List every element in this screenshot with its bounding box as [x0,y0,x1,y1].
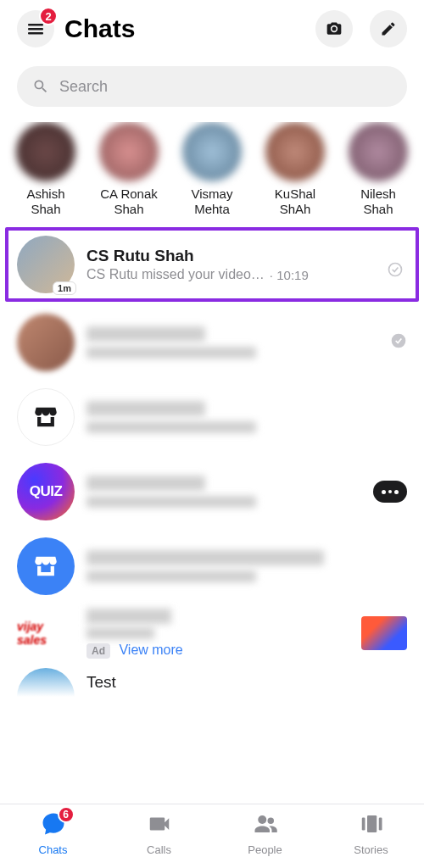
story-avatar [99,122,159,181]
story-name: CA Ronak Shah [95,186,163,217]
svg-rect-9 [378,818,382,831]
chat-name-blurred [86,550,324,565]
page-title: Chats [64,14,298,43]
chat-row[interactable] [0,305,424,380]
story-name: Ashish Shah [12,186,80,217]
search-input[interactable]: Search [17,66,407,107]
stories-icon [359,811,384,837]
quiz-avatar: QUIZ [17,463,75,520]
story-item[interactable]: CA Ronak Shah [95,122,163,217]
people-icon [253,811,278,837]
search-icon [32,78,49,95]
svg-rect-2 [28,32,43,35]
chat-row-marketplace-alt[interactable] [0,529,424,604]
chat-preview-blurred [86,421,256,433]
chat-text: CS Rutu Shah CS Rutu missed your video… … [86,247,407,282]
svg-point-6 [267,818,274,825]
story-item[interactable]: Vismay Mehta [178,122,246,217]
nav-stories[interactable]: Stories [318,811,424,856]
story-name: KuShal ShAh [261,186,329,217]
svg-point-5 [258,815,266,824]
chat-name: CS Rutu Shah [86,247,407,265]
marketplace-icon [17,388,75,446]
story-avatar [349,122,408,181]
chat-preview-blurred [86,347,256,359]
ad-preview-blurred [86,627,154,639]
chat-list: 1m CS Rutu Shah CS Rutu missed your vide… [0,227,424,804]
nav-label: People [248,843,282,856]
ad-thumbnail [361,616,407,650]
svg-rect-7 [367,815,377,832]
chat-preview-blurred [86,496,256,508]
quiz-label: QUIZ [30,483,63,500]
story-item[interactable]: KuShal ShAh [261,122,329,217]
svg-point-4 [392,334,406,348]
story-avatar [265,122,325,181]
nav-chats[interactable]: 6 Chats [0,811,106,856]
chat-name-blurred [86,326,205,342]
nav-calls[interactable]: Calls [106,811,212,856]
chat-row-highlighted[interactable]: 1m CS Rutu Shah CS Rutu missed your vide… [5,227,419,302]
chat-time: · 10:19 [270,268,309,282]
camera-button[interactable] [315,10,353,47]
nav-label: Stories [354,843,388,856]
chat-text [86,476,361,508]
chat-avatar [17,668,75,697]
story-avatar [182,122,242,181]
marketplace-blue-icon [17,537,75,595]
story-item[interactable]: Ashish Shah [12,122,80,217]
nav-label: Chats [39,843,68,856]
chat-row-marketplace[interactable] [0,380,424,454]
chat-text [86,550,407,582]
chat-name: Test [86,673,116,692]
story-avatar [16,122,75,181]
nav-label: Calls [147,843,171,856]
story-item[interactable]: Nilesh Shah [344,122,412,217]
menu-badge: 2 [39,7,58,25]
nav-chats-badge: 6 [58,806,75,823]
search-placeholder: Search [59,78,108,96]
chat-preview: CS Rutu missed your video… [86,267,265,282]
compose-button[interactable] [370,10,407,47]
chat-text [86,401,407,433]
pencil-icon [380,20,397,37]
ad-view-more-link[interactable]: View more [119,643,182,657]
chat-name-blurred [86,401,205,416]
game-controller-icon [373,481,407,503]
svg-rect-0 [28,24,43,26]
chat-avatar [17,314,75,371]
avatar-activity-badge: 1m [53,281,76,295]
chat-avatar: 1m [17,236,75,293]
story-name: Nilesh Shah [344,186,412,217]
menu-button[interactable]: 2 [17,10,54,47]
svg-rect-1 [28,28,43,31]
ad-logo: vijay sales [17,616,75,650]
bottom-nav: 6 Chats Calls People Stories [0,804,424,868]
ad-row[interactable]: vijay sales Ad View more [0,604,424,665]
story-name: Vismay Mehta [178,186,246,217]
chat-row-partial[interactable]: Test [0,665,424,697]
video-icon [147,811,172,837]
chat-text [86,326,368,359]
camera-icon [326,20,343,37]
ad-name-blurred [86,609,171,624]
header: 2 Chats [0,0,424,54]
stories-row: Ashish Shah CA Ronak Shah Vismay Mehta K… [0,122,424,227]
chat-preview-blurred [86,570,256,582]
chat-name-blurred [86,476,205,491]
nav-people[interactable]: People [212,811,318,856]
svg-rect-8 [361,818,365,831]
chat-row-quiz[interactable]: QUIZ [0,454,424,529]
delivery-status-icon [390,332,407,353]
ad-text: Ad View more [86,609,349,658]
ad-badge: Ad [86,643,110,659]
